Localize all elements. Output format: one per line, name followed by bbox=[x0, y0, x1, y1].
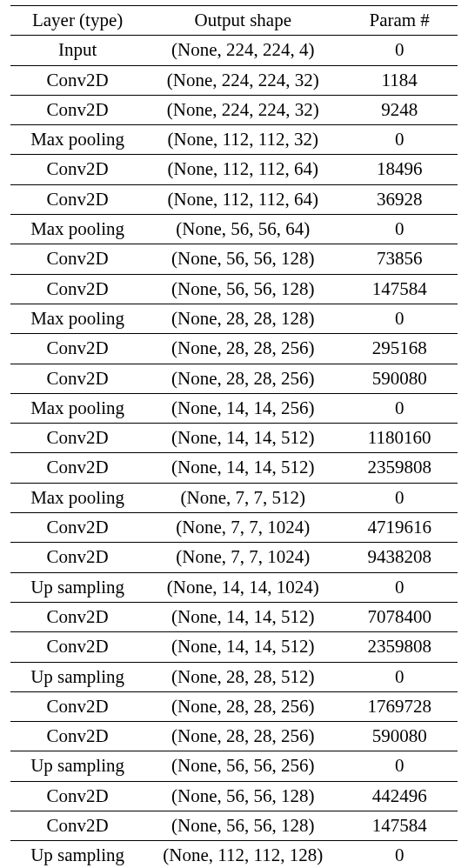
cell-layer: Conv2D bbox=[10, 364, 144, 393]
cell-params: 0 bbox=[341, 662, 458, 691]
cell-shape: (None, 14, 14, 512) bbox=[144, 453, 341, 483]
cell-layer: Up sampling bbox=[10, 841, 144, 868]
cell-params: 36928 bbox=[341, 184, 458, 214]
cell-params: 2359808 bbox=[341, 453, 458, 483]
cell-shape: (None, 14, 14, 512) bbox=[144, 424, 341, 453]
cell-shape: (None, 56, 56, 128) bbox=[144, 274, 341, 304]
cell-params: 2359808 bbox=[341, 632, 458, 662]
cell-layer: Max pooling bbox=[10, 483, 144, 512]
cell-layer: Conv2D bbox=[10, 334, 144, 364]
cell-params: 0 bbox=[341, 483, 458, 512]
cell-params: 0 bbox=[341, 125, 458, 155]
cell-shape: (None, 112, 112, 128) bbox=[144, 841, 341, 868]
cell-params: 0 bbox=[341, 215, 458, 244]
table-row: Conv2D(None, 112, 112, 64)36928 bbox=[10, 184, 458, 214]
cell-layer: Up sampling bbox=[10, 751, 144, 781]
table-row: Conv2D(None, 28, 28, 256)1769728 bbox=[10, 691, 458, 721]
cell-layer: Max pooling bbox=[10, 304, 144, 333]
table-row: Up sampling(None, 28, 28, 512)0 bbox=[10, 662, 458, 691]
cell-params: 0 bbox=[341, 36, 458, 65]
cell-params: 295168 bbox=[341, 334, 458, 364]
cell-layer: Conv2D bbox=[10, 781, 144, 811]
cell-layer: Max pooling bbox=[10, 393, 144, 423]
cell-layer: Conv2D bbox=[10, 543, 144, 572]
table-row: Conv2D(None, 7, 7, 1024)9438208 bbox=[10, 543, 458, 572]
cell-layer: Max pooling bbox=[10, 215, 144, 244]
cell-shape: (None, 56, 56, 128) bbox=[144, 811, 341, 841]
cell-params: 442496 bbox=[341, 781, 458, 811]
cell-shape: (None, 112, 112, 64) bbox=[144, 184, 341, 214]
table-row: Conv2D(None, 14, 14, 512)1180160 bbox=[10, 424, 458, 453]
cell-shape: (None, 28, 28, 256) bbox=[144, 722, 341, 751]
cell-shape: (None, 56, 56, 64) bbox=[144, 215, 341, 244]
cell-params: 4719616 bbox=[341, 513, 458, 543]
cell-layer: Input bbox=[10, 36, 144, 65]
cell-shape: (None, 224, 224, 32) bbox=[144, 65, 341, 95]
cell-layer: Conv2D bbox=[10, 424, 144, 453]
cell-layer: Up sampling bbox=[10, 572, 144, 602]
col-header-params: Param # bbox=[341, 6, 458, 36]
cell-shape: (None, 14, 14, 256) bbox=[144, 393, 341, 423]
cell-params: 18496 bbox=[341, 155, 458, 184]
cell-shape: (None, 112, 112, 64) bbox=[144, 155, 341, 184]
table-row: Up sampling(None, 112, 112, 128)0 bbox=[10, 841, 458, 868]
cell-params: 0 bbox=[341, 393, 458, 423]
table-row: Up sampling(None, 56, 56, 256)0 bbox=[10, 751, 458, 781]
col-header-layer: Layer (type) bbox=[10, 6, 144, 36]
cell-layer: Conv2D bbox=[10, 244, 144, 274]
cell-shape: (None, 28, 28, 256) bbox=[144, 334, 341, 364]
table-row: Conv2D(None, 224, 224, 32)9248 bbox=[10, 95, 458, 124]
table-row: Conv2D(None, 56, 56, 128)147584 bbox=[10, 811, 458, 841]
table-row: Conv2D(None, 14, 14, 512)7078400 bbox=[10, 602, 458, 631]
table-row: Conv2D(None, 28, 28, 256)590080 bbox=[10, 722, 458, 751]
table-row: Max pooling(None, 56, 56, 64)0 bbox=[10, 215, 458, 244]
table-row: Conv2D(None, 14, 14, 512)2359808 bbox=[10, 453, 458, 483]
cell-params: 1180160 bbox=[341, 424, 458, 453]
cell-shape: (None, 14, 14, 512) bbox=[144, 602, 341, 631]
table-row: Max pooling(None, 28, 28, 128)0 bbox=[10, 304, 458, 333]
cell-shape: (None, 56, 56, 128) bbox=[144, 244, 341, 274]
cell-params: 73856 bbox=[341, 244, 458, 274]
cell-shape: (None, 56, 56, 128) bbox=[144, 781, 341, 811]
cell-params: 590080 bbox=[341, 722, 458, 751]
cell-layer: Conv2D bbox=[10, 95, 144, 124]
cell-params: 147584 bbox=[341, 274, 458, 304]
table-row: Up sampling(None, 14, 14, 1024)0 bbox=[10, 572, 458, 602]
table-row: Conv2D(None, 28, 28, 256)590080 bbox=[10, 364, 458, 393]
cell-shape: (None, 7, 7, 1024) bbox=[144, 513, 341, 543]
table-row: Conv2D(None, 7, 7, 1024)4719616 bbox=[10, 513, 458, 543]
cell-shape: (None, 224, 224, 32) bbox=[144, 95, 341, 124]
cell-params: 0 bbox=[341, 304, 458, 333]
table-row: Max pooling(None, 14, 14, 256)0 bbox=[10, 393, 458, 423]
table-row: Input(None, 224, 224, 4)0 bbox=[10, 36, 458, 65]
cell-shape: (None, 28, 28, 256) bbox=[144, 364, 341, 393]
model-architecture-table: Layer (type) Output shape Param # Input(… bbox=[10, 5, 458, 868]
cell-shape: (None, 7, 7, 512) bbox=[144, 483, 341, 512]
cell-layer: Conv2D bbox=[10, 602, 144, 631]
table-header-row: Layer (type) Output shape Param # bbox=[10, 6, 458, 36]
cell-params: 9248 bbox=[341, 95, 458, 124]
cell-layer: Conv2D bbox=[10, 691, 144, 721]
cell-params: 0 bbox=[341, 751, 458, 781]
cell-shape: (None, 14, 14, 512) bbox=[144, 632, 341, 662]
cell-params: 7078400 bbox=[341, 602, 458, 631]
table-row: Conv2D(None, 112, 112, 64)18496 bbox=[10, 155, 458, 184]
cell-params: 9438208 bbox=[341, 543, 458, 572]
cell-layer: Up sampling bbox=[10, 662, 144, 691]
table-row: Max pooling(None, 112, 112, 32)0 bbox=[10, 125, 458, 155]
cell-layer: Conv2D bbox=[10, 811, 144, 841]
table-row: Conv2D(None, 56, 56, 128)442496 bbox=[10, 781, 458, 811]
table-row: Conv2D(None, 56, 56, 128)73856 bbox=[10, 244, 458, 274]
table-row: Conv2D(None, 224, 224, 32)1184 bbox=[10, 65, 458, 95]
col-header-shape: Output shape bbox=[144, 6, 341, 36]
cell-params: 0 bbox=[341, 572, 458, 602]
cell-layer: Conv2D bbox=[10, 155, 144, 184]
cell-layer: Conv2D bbox=[10, 722, 144, 751]
cell-layer: Conv2D bbox=[10, 184, 144, 214]
cell-params: 590080 bbox=[341, 364, 458, 393]
cell-params: 1769728 bbox=[341, 691, 458, 721]
cell-layer: Conv2D bbox=[10, 453, 144, 483]
cell-layer: Conv2D bbox=[10, 274, 144, 304]
table-row: Conv2D(None, 28, 28, 256)295168 bbox=[10, 334, 458, 364]
cell-params: 0 bbox=[341, 841, 458, 868]
